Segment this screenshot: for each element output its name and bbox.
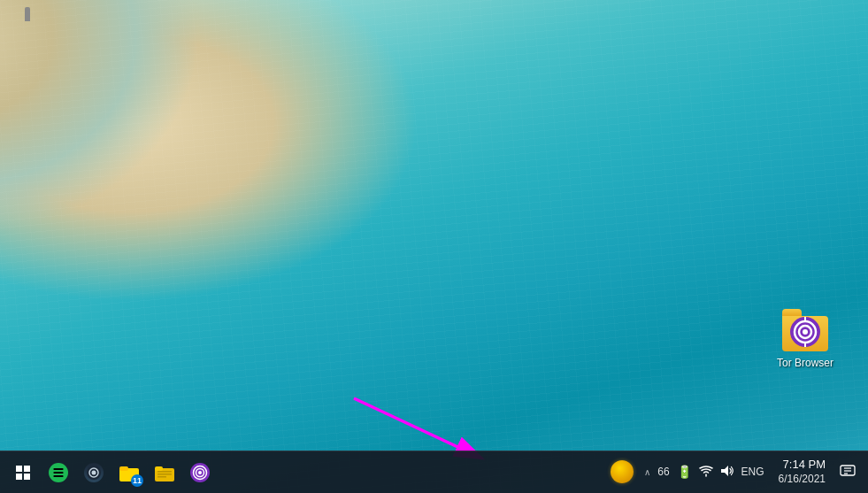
svg-rect-12 xyxy=(119,466,128,471)
notification-center-button[interactable] xyxy=(834,458,861,485)
steam-taskbar-button[interactable] xyxy=(78,457,110,489)
spotify-taskbar-button[interactable] xyxy=(42,457,74,489)
taskbar: 11 xyxy=(0,451,868,493)
tor-logo-svg xyxy=(789,316,821,348)
tor-browser-label: Tor Browser xyxy=(777,357,833,371)
desktop: Tor Browser xyxy=(0,0,868,493)
person-silhouette xyxy=(25,7,30,21)
svg-point-10 xyxy=(92,470,96,474)
wifi-icon[interactable] xyxy=(699,465,713,480)
language-indicator[interactable]: ENG xyxy=(741,466,764,478)
tor-browser-desktop-icon[interactable]: Tor Browser xyxy=(765,305,845,371)
battery-percent: 66 xyxy=(657,466,669,478)
tor-taskbar-button[interactable] xyxy=(184,457,216,489)
file-explorer-taskbar-button[interactable]: 11 xyxy=(113,457,145,489)
clock-time: 7:14 PM xyxy=(783,458,826,473)
battery-icon[interactable]: 🔋 xyxy=(677,465,692,479)
system-tray: ∧ 66 🔋 xyxy=(639,461,769,483)
svg-rect-14 xyxy=(155,466,163,471)
tray-expand-button[interactable]: ∧ xyxy=(644,467,650,477)
honey-icon[interactable] xyxy=(611,460,634,483)
file-manager-taskbar-button[interactable] xyxy=(149,457,181,489)
tor-taskbar-icon xyxy=(189,462,211,483)
volume-icon[interactable] xyxy=(720,465,734,480)
spotify-icon xyxy=(49,463,68,482)
svg-point-3 xyxy=(803,329,808,335)
svg-rect-15 xyxy=(157,471,172,473)
folder-tab xyxy=(782,309,802,316)
svg-rect-16 xyxy=(157,474,172,475)
svg-point-21 xyxy=(198,471,202,474)
taskbar-right: ∧ 66 🔋 xyxy=(611,458,861,486)
file-manager-icon xyxy=(155,464,174,481)
taskbar-left: 11 xyxy=(7,457,216,489)
windows-logo-icon xyxy=(16,466,30,480)
svg-rect-17 xyxy=(157,476,166,478)
steam-icon xyxy=(84,463,104,482)
clock-area[interactable]: 7:14 PM 6/16/2021 xyxy=(775,458,829,486)
svg-marker-22 xyxy=(721,466,728,476)
water-texture xyxy=(0,0,868,493)
clock-date: 6/16/2021 xyxy=(779,473,826,487)
file-explorer-badge: 11 xyxy=(131,474,143,487)
start-button[interactable] xyxy=(7,457,39,489)
tor-icon-image xyxy=(782,305,828,351)
